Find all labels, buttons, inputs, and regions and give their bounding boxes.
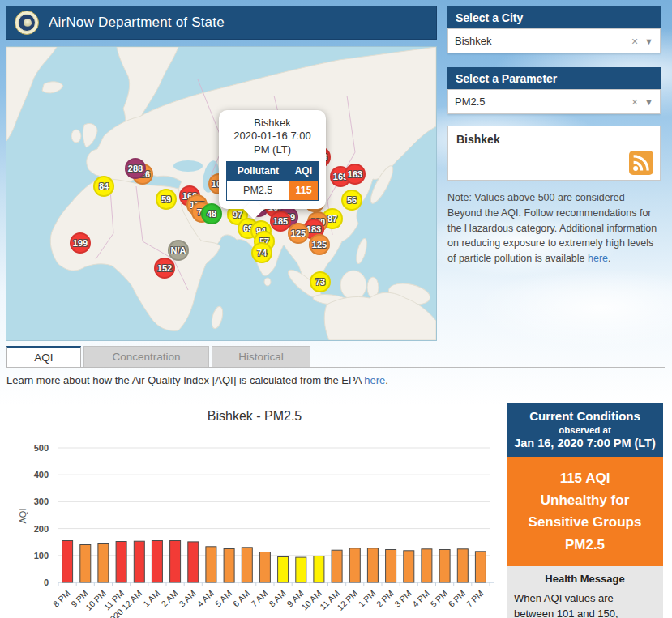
aqi-marker[interactable]: 74 (251, 242, 272, 263)
svg-text:500: 500 (34, 443, 49, 453)
tab-aqi[interactable]: AQI (6, 346, 81, 367)
select-city-header: Select a City (447, 6, 661, 28)
parameter-select-value: PM2.5 (455, 96, 625, 108)
svg-text:AQI: AQI (18, 509, 28, 524)
observed-timestamp: Jan 16, 2020 7:00 PM (LT) (510, 437, 660, 450)
svg-text:2 AM: 2 AM (159, 588, 179, 608)
health-message-block: Health Message When AQI values are betwe… (507, 566, 663, 618)
tab-historical[interactable]: Historical (212, 346, 310, 367)
aqi-marker[interactable]: 56 (341, 190, 362, 211)
city-clear-icon[interactable]: × (625, 35, 644, 48)
svg-text:300: 300 (34, 497, 49, 506)
parameter-dropdown-arrow-icon[interactable]: ▼ (644, 97, 653, 107)
svg-text:7 AM: 7 AM (249, 588, 269, 608)
svg-text:1 PM: 1 PM (356, 588, 377, 609)
city-select[interactable]: Bishkek × ▼ (447, 28, 661, 53)
svg-text:4 PM: 4 PM (410, 588, 431, 609)
svg-text:5 PM: 5 PM (428, 588, 449, 609)
popup-city: Bishkek (225, 117, 319, 130)
learn-more-here-link[interactable]: here (364, 374, 385, 386)
sidebar: Select a City Bishkek × ▼ Select a Param… (447, 6, 661, 266)
world-map[interactable]: 12628884591681177048108199N/A152N/A16620… (6, 47, 436, 340)
svg-text:8 PM: 8 PM (51, 588, 72, 609)
svg-text:3 PM: 3 PM (392, 588, 413, 609)
aqi-status-block: 115 AQI Unhealthy for Sensitive Groups P… (507, 457, 663, 566)
aqi-category-line1: Unhealthy for (511, 489, 658, 511)
popup-pollutant-value: PM2.5 (227, 180, 289, 200)
svg-text:2 PM: 2 PM (375, 588, 396, 609)
svg-text:100: 100 (34, 551, 49, 560)
note-here-link[interactable]: here (588, 253, 608, 264)
aqi-marker[interactable]: 84 (93, 176, 114, 197)
page: AirNow Department of State (0, 0, 672, 618)
current-conditions-title: Current Conditions (510, 409, 660, 423)
svg-text:3 AM: 3 AM (177, 588, 197, 608)
popup-aqi-value: 115 (289, 180, 319, 200)
svg-text:6 PM: 6 PM (446, 588, 467, 609)
parameter-clear-icon[interactable]: × (625, 96, 644, 109)
popup-time-suffix: PM (LT) (225, 143, 319, 156)
map-popup: Bishkek 2020-01-16 7:00 PM (LT) Pollutan… (219, 110, 326, 209)
aqi-bar-chart: Bishkek - PM2.50100200300400500AQI8 PM9 … (6, 403, 503, 618)
svg-text:10 PM: 10 PM (83, 588, 108, 612)
parameter-select[interactable]: PM2.5 × ▼ (447, 89, 661, 114)
svg-text:12 PM: 12 PM (335, 588, 359, 612)
svg-text:400: 400 (34, 470, 49, 479)
popup-table: Pollutant AQI PM2.5 115 (226, 161, 319, 201)
aqi-marker[interactable]: 288 (125, 158, 146, 179)
popup-col-aqi: AQI (289, 161, 319, 180)
current-conditions-panel: Current Conditions observed at Jan 16, 2… (507, 403, 663, 618)
city-select-value: Bishkek (455, 35, 625, 47)
popup-date: 2020-01-16 7:00 (225, 130, 319, 143)
svg-text:6 AM: 6 AM (231, 588, 251, 608)
app-header: AirNow Department of State (6, 6, 436, 39)
aqi-chart-svg: Bishkek - PM2.50100200300400500AQI8 PM9 … (6, 403, 503, 618)
department-of-state-seal-icon (15, 11, 39, 35)
current-conditions-header: Current Conditions observed at Jan 16, 2… (507, 403, 663, 457)
aqi-marker[interactable]: 73 (310, 271, 331, 292)
svg-text:1 AM: 1 AM (141, 588, 161, 608)
learn-more-text: Learn more about how the Air Quality Ind… (6, 374, 388, 386)
observed-at-label: observed at (510, 425, 660, 435)
city-feed-box: Bishkek (447, 126, 661, 181)
aqi-marker[interactable]: 152 (154, 258, 175, 279)
rss-icon[interactable] (629, 151, 653, 175)
health-message-text: When AQI values are between 101 and 150,… (514, 591, 656, 618)
svg-text:200: 200 (34, 524, 49, 534)
svg-text:8 AM: 8 AM (267, 588, 287, 608)
svg-text:10 AM: 10 AM (299, 588, 323, 612)
aqi-marker[interactable]: N/A (168, 240, 189, 261)
aqi-marker[interactable]: 199 (70, 232, 91, 254)
aqi-pollutant-line: PM2.5 (511, 534, 658, 556)
svg-text:0: 0 (44, 578, 49, 587)
svg-text:4 AM: 4 AM (195, 588, 215, 608)
aqi-category-line2: Sensitive Groups (511, 511, 658, 533)
health-message-title: Health Message (514, 573, 656, 585)
note-text: Note: Values above 500 are considered Be… (447, 190, 661, 266)
city-dropdown-arrow-icon[interactable]: ▼ (644, 36, 653, 46)
select-parameter-header: Select a Parameter (447, 67, 661, 89)
aqi-value-line: 115 AQI (511, 467, 658, 489)
svg-text:5 AM: 5 AM (213, 588, 233, 608)
app-title: AirNow Department of State (49, 15, 225, 31)
aqi-marker[interactable]: 125 (309, 234, 330, 255)
tab-concentration[interactable]: Concentration (83, 346, 209, 367)
aqi-marker[interactable]: 125 (288, 223, 309, 244)
tab-strip: AQI Concentration Historical (6, 346, 665, 368)
svg-text:7 PM: 7 PM (464, 588, 485, 609)
feed-city-title: Bishkek (456, 133, 652, 146)
aqi-marker[interactable]: 163 (345, 164, 366, 185)
aqi-marker[interactable]: 48 (201, 203, 222, 224)
svg-text:Bishkek - PM2.5: Bishkek - PM2.5 (208, 409, 302, 423)
popup-col-pollutant: Pollutant (227, 161, 289, 180)
aqi-marker[interactable]: 59 (156, 189, 177, 210)
